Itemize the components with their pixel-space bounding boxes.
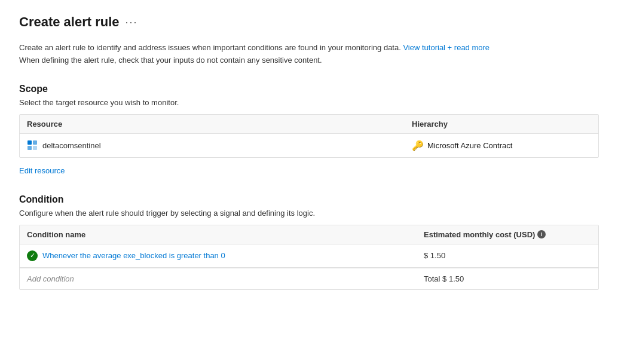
svg-rect-2 [27, 146, 32, 150]
description-block: Create an alert rule to identify and add… [19, 42, 599, 67]
condition-section-title: Condition [19, 194, 599, 205]
scope-col-hierarchy-header: Hierarchy [412, 120, 591, 129]
description-text-after-link: When defining the alert rule, check that… [19, 56, 322, 65]
scope-resource-cell: deltacomsentinel [27, 140, 412, 151]
scope-table-row: deltacomsentinel 🔑 Microsoft Azure Contr… [20, 134, 598, 157]
svg-rect-3 [33, 146, 37, 150]
condition-table: Condition name Estimated monthly cost (U… [19, 225, 599, 290]
view-tutorial-link[interactable]: View tutorial + read more [403, 43, 489, 52]
condition-col-cost-header: Estimated monthly cost (USD) i [424, 230, 591, 239]
scope-subtitle: Select the target resource you wish to m… [19, 98, 599, 107]
svg-rect-1 [33, 140, 37, 145]
svg-rect-0 [27, 140, 32, 145]
description-text-before-link: Create an alert rule to identify and add… [19, 43, 401, 52]
condition-table-row: ✓ Whenever the average exe_blocked is gr… [20, 244, 598, 268]
add-condition-row: Add condition Total $ 1.50 [20, 268, 598, 289]
condition-col-name-header: Condition name [27, 230, 424, 239]
edit-resource-link[interactable]: Edit resource [19, 166, 65, 175]
scope-table: Resource Hierarchy deltacomsentinel 🔑 Mi… [19, 114, 599, 158]
check-icon: ✓ [27, 250, 38, 261]
condition-table-header: Condition name Estimated monthly cost (U… [20, 225, 598, 244]
add-condition-label: Add condition [27, 274, 424, 283]
condition-name-link[interactable]: Whenever the average exe_blocked is grea… [42, 251, 225, 260]
page-header: Create alert rule ··· [19, 14, 599, 30]
page-title: Create alert rule [19, 14, 120, 30]
condition-subtitle: Configure when the alert rule should tri… [19, 209, 599, 218]
total-cost-cell: Total $ 1.50 [424, 274, 591, 283]
estimated-cost-label: Estimated monthly cost (USD) [424, 230, 535, 239]
condition-section: Condition Configure when the alert rule … [19, 194, 599, 290]
condition-name-cell: ✓ Whenever the average exe_blocked is gr… [27, 250, 424, 261]
scope-col-resource-header: Resource [27, 120, 412, 129]
scope-table-header: Resource Hierarchy [20, 115, 598, 134]
info-icon[interactable]: i [537, 230, 546, 238]
resource-name: deltacomsentinel [42, 141, 101, 150]
more-options-icon[interactable]: ··· [126, 16, 138, 29]
scope-hierarchy-cell: 🔑 Microsoft Azure Contract [412, 140, 591, 151]
hierarchy-icon: 🔑 [412, 140, 424, 151]
hierarchy-name: Microsoft Azure Contract [427, 141, 512, 150]
scope-section: Scope Select the target resource you wis… [19, 84, 599, 175]
scope-section-title: Scope [19, 84, 599, 94]
condition-cost-cell: $ 1.50 [424, 251, 591, 260]
resource-icon [27, 140, 38, 151]
